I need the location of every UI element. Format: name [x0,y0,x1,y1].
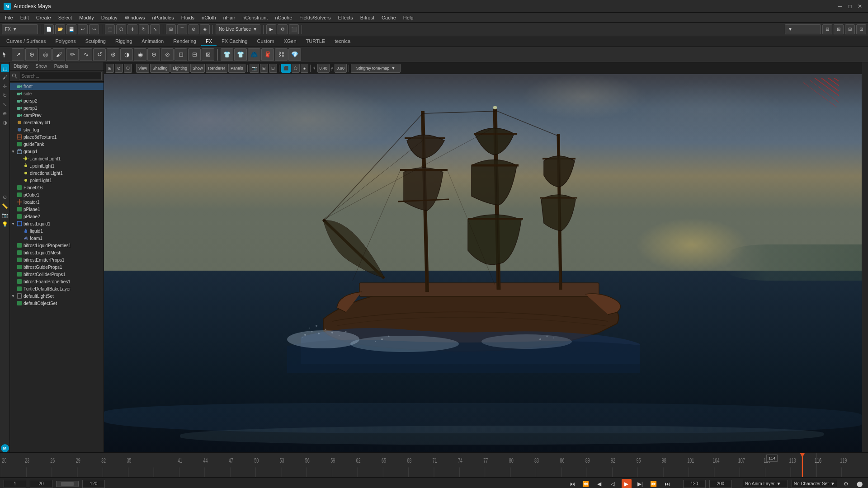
vp-wireframe-over[interactable]: ⬡ [292,64,300,73]
tool-lasso[interactable]: ◎ [39,48,52,61]
vp-tonemap-dropdown[interactable]: Stingray tone-map ▼ [351,64,401,73]
search-input[interactable] [19,72,102,80]
snap-grid-btn[interactable]: ⊞ [166,24,176,34]
vp-grid-toggle[interactable]: ⊞ [260,64,268,73]
go-start-button[interactable]: ⏮ [567,479,577,488]
vp-isolate[interactable]: ⊙ [115,64,123,73]
tree-item-ambientlight[interactable]: ..ambientLight1 [10,155,104,162]
tab-turtle[interactable]: TURTLE [302,38,330,46]
tool-fx-4[interactable]: 🧣 [261,48,274,61]
tree-item-emitter[interactable]: bifrostEmitterProps1 [10,256,104,263]
minimize-button[interactable]: ─ [835,2,844,10]
tool-snap[interactable]: ⊙ [1,193,9,201]
tree-item-mentalray[interactable]: mentalrayIbl1 [10,119,104,126]
menu-cache[interactable]: Cache [378,14,399,21]
tool-arrow[interactable]: ↗ [12,48,24,61]
live-surface-selector[interactable]: No Live Surface ▼ [216,24,260,34]
outliner-show-menu[interactable]: Show [32,62,51,70]
maximize-button[interactable]: □ [845,2,854,10]
tree-item-liquid1[interactable]: liquid1 [10,227,104,235]
next-frame-button[interactable]: ▶| [635,479,645,488]
tree-item-colliderprops[interactable]: bifrostColliderProps1 [10,271,104,278]
tab-polygons[interactable]: Polygons [51,38,80,46]
tree-item-sky-fog[interactable]: sky_fog [10,126,104,133]
vp-lighting-menu[interactable]: Lighting [170,64,189,73]
menu-fields[interactable]: Fields/Solvers [296,14,334,21]
tool-camera[interactable]: 📷 [1,211,9,219]
tree-item-pointlight1[interactable]: ..pointLight1 [10,162,104,169]
menu-fluids[interactable]: Fluids [178,14,198,21]
lasso-tool-btn[interactable]: ⬡ [116,24,126,34]
right-scrollbar[interactable] [862,62,868,452]
outliner-panels-menu[interactable]: Panels [51,62,72,70]
menu-ncloth[interactable]: nCloth [198,14,219,21]
menu-file[interactable]: File [2,14,16,21]
vp-view-menu[interactable]: View [136,64,149,73]
tab-fx[interactable]: FX [201,38,217,46]
anim-layer-dropdown[interactable]: No Anim Layer ▼ [743,480,788,488]
tool-rivet[interactable]: ◉ [134,48,146,61]
tool-fx-3[interactable]: 🧥 [248,48,260,61]
tool-rotate[interactable]: ↻ [1,91,9,99]
close-button[interactable]: ✕ [855,2,864,10]
layout-btn-1[interactable]: ⊟ [822,24,832,34]
play-back-button[interactable]: ◁ [608,479,618,488]
next-key-button[interactable]: ⏩ [649,479,659,488]
tree-item-directional[interactable]: directionalLight1 [10,169,104,177]
undo-btn[interactable]: ↩ [78,24,88,34]
tool-fx-2[interactable]: 👕 [234,48,247,61]
menu-effects[interactable]: Effects [335,14,356,21]
tree-item-pplane2[interactable]: pPlane2 [10,213,104,220]
menu-bifrost[interactable]: Bifrost [357,14,377,21]
vp-panel-layout[interactable]: ⊞ [106,64,114,73]
tab-sculpting[interactable]: Sculpting [81,38,110,46]
snap-curve-btn[interactable]: ⌒ [177,24,187,34]
tool-fx-1[interactable]: 👕 [221,48,233,61]
playback-range-end[interactable]: 200 [709,480,732,488]
tree-item-persp1[interactable]: persp1 [10,104,104,112]
tool-smooth[interactable]: ⊘ [161,48,174,61]
tab-animation[interactable]: Animation [137,38,168,46]
layout-btn-3[interactable]: ⊟ [845,24,855,34]
tool-soft[interactable]: ◑ [120,48,133,61]
new-file-btn[interactable]: 📄 [44,24,54,34]
tree-item-turtlebake[interactable]: TurtleDefaultBakeLayer [10,285,104,292]
menu-nconstraint[interactable]: nConstraint [239,14,271,21]
menu-nparticles[interactable]: nParticles [149,14,177,21]
tool-sculpt[interactable]: ⊖ [147,48,160,61]
tool-show-manip[interactable]: ⊕ [1,109,9,117]
layout-btn-4[interactable]: ⊡ [856,24,866,34]
tool-select-left[interactable] [2,50,11,59]
tool-select-mode[interactable]: ⬚ [1,64,9,72]
vp-hud-toggle[interactable]: ⊡ [269,64,277,73]
menu-display[interactable]: Display [98,14,121,21]
char-set-dropdown[interactable]: No Character Set ▼ [792,480,837,488]
vp-renderer-menu[interactable]: Renderer [206,64,227,73]
select-tool-btn[interactable]: ⬚ [105,24,115,34]
tree-item-bifrostmesh[interactable]: bifrostLiquid1Mesh [10,249,104,256]
tree-item-plane016[interactable]: Plane016 [10,184,104,191]
tree-item-foamprops[interactable]: bifrostFoamProperties1 [10,278,104,285]
prev-frame-button[interactable]: ◀ [594,479,604,488]
tool-curve[interactable]: ∿ [80,48,92,61]
tree-item-bifrostprop[interactable]: bifrostLiquidProperties1 [10,242,104,249]
vp-shading-menu[interactable]: Shading [150,64,170,73]
range-display[interactable]: 120 [82,480,105,488]
menu-create[interactable]: Create [33,14,54,21]
tool-relax[interactable]: ⊟ [188,48,201,61]
render-btn[interactable]: ▶ [266,24,276,34]
redo-btn[interactable]: ↪ [89,24,99,34]
tab-custom[interactable]: Custom [253,38,279,46]
tool-pen[interactable]: ✏ [66,48,79,61]
tool-light[interactable]: 💡 [1,220,9,228]
maya-icon[interactable]: M [1,444,9,452]
tool-fx-5[interactable]: ⛓ [275,48,288,61]
menu-modify[interactable]: Modify [76,14,97,21]
tree-item-front[interactable]: front [10,83,104,90]
vp-camera-settings[interactable]: 📷 [250,64,259,73]
render-settings-btn[interactable]: ⚙ [278,24,288,34]
tool-scale[interactable]: ⤡ [1,100,9,108]
current-frame-field[interactable]: 20 [30,480,52,488]
vp-show-menu[interactable]: Show [190,64,205,73]
tree-item-pplane1[interactable]: pPlane1 [10,206,104,213]
